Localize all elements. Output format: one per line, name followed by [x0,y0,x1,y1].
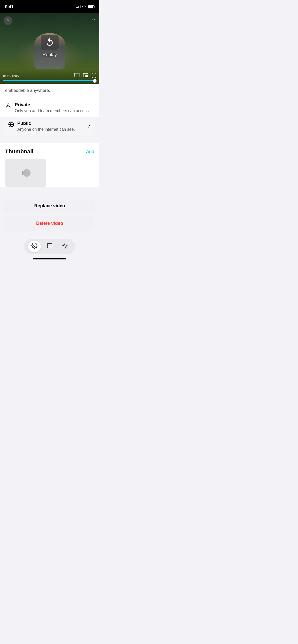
svg-point-2 [7,104,9,106]
private-text: Private Only you and team members can ac… [15,102,94,114]
thumbnail-placeholder[interactable]: + [5,159,46,187]
close-icon: ✕ [6,19,10,23]
fullscreen-icon[interactable] [92,73,96,79]
thumbnail-title: Thumbnail [5,148,33,155]
public-text: Public Anyone on the internet can see. [17,121,84,132]
tab-settings[interactable] [28,241,41,252]
public-checkmark: ✓ [87,123,91,129]
more-icon: ··· [89,16,96,22]
pip-icon[interactable] [83,73,88,79]
circle-icon [23,169,31,177]
private-icon [5,103,11,110]
home-indicator [0,256,99,261]
signal-icon [76,5,80,8]
private-option[interactable]: Private Only you and team members can ac… [5,99,94,117]
thumbnail-section: Thumbnail Add + [0,143,99,187]
thumbnail-add-button[interactable]: Add [86,149,94,154]
video-player[interactable]: ✕ ··· Replay 0:05 / 0:05 [0,13,99,84]
thumbnail-add-icon: + [20,168,31,178]
replay-icon [45,38,54,47]
progress-fill [3,80,96,81]
video-time-row: 0:05 / 0:05 [3,73,96,79]
settings-icon [31,243,37,250]
battery-icon [88,5,94,8]
video-controls: 0:05 / 0:05 [0,73,99,84]
public-desc: Anyone on the internet can see. [17,127,84,132]
svg-point-4 [34,245,35,246]
close-button[interactable]: ✕ [4,16,12,25]
tab-comments[interactable] [43,241,56,252]
private-title: Private [15,102,94,108]
tab-bar [0,234,99,256]
replay-overlay[interactable]: Replay [41,35,59,57]
section-separator [0,141,99,143]
public-title: Public [17,121,84,126]
privacy-section: Private Only you and team members can ac… [0,99,99,117]
video-control-icons [74,73,96,79]
analytics-icon [62,243,68,250]
comments-icon [47,243,53,250]
replace-video-button[interactable]: Replace video [4,199,95,213]
progress-thumb [93,79,97,83]
wifi-icon [82,5,86,9]
home-bar [33,258,66,259]
airplay-icon[interactable] [74,73,79,79]
tab-analytics[interactable] [59,241,71,252]
replay-icon-bg [41,35,59,50]
thumbnail-header: Thumbnail Add [5,148,94,155]
action-buttons: Replace video Delete video [0,195,99,231]
svg-rect-1 [86,75,88,77]
section-separator-2 [0,192,99,195]
status-time: 9:41 [5,4,13,9]
more-options-button[interactable]: ··· [89,16,96,22]
status-bar: 9:41 [0,0,99,13]
embeddable-text: embeddable anywhere. [0,84,99,99]
public-icon [8,121,14,129]
public-option-card[interactable]: Public Anyone on the internet can see. ✓ [4,117,95,136]
private-desc: Only you and team members can access. [15,108,94,114]
video-time: 0:05 / 0:05 [3,74,19,78]
replay-label: Replay [43,52,57,57]
delete-video-button[interactable]: Delete video [4,216,95,231]
progress-bar[interactable] [3,80,96,81]
status-icons [76,5,94,9]
tab-bar-inner [24,239,75,254]
content-area: embeddable anywhere. Private Only you an… [0,84,99,117]
